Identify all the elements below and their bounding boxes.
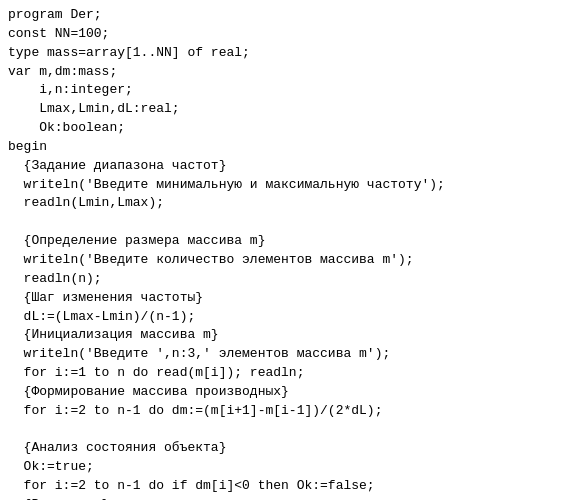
code-line: {Определение размера массива m} — [8, 232, 558, 251]
code-line: {Инициализация массива m} — [8, 326, 558, 345]
code-line: writeln('Введите количество элементов ма… — [8, 251, 558, 270]
code-line: {Результат} — [8, 496, 558, 500]
code-line — [8, 421, 558, 440]
code-line: Lmax,Lmin,dL:real; — [8, 100, 558, 119]
code-line: readln(Lmin,Lmax); — [8, 194, 558, 213]
code-line: begin — [8, 138, 558, 157]
code-line: for i:=2 to n-1 do if dm[i]<0 then Ok:=f… — [8, 477, 558, 496]
code-editor: program Der;const NN=100;type mass=array… — [0, 0, 566, 500]
code-line: type mass=array[1..NN] of real; — [8, 44, 558, 63]
code-line: dL:=(Lmax-Lmin)/(n-1); — [8, 308, 558, 327]
code-line: {Анализ состояния объекта} — [8, 439, 558, 458]
code-line: readln(n); — [8, 270, 558, 289]
code-line: i,n:integer; — [8, 81, 558, 100]
code-line: const NN=100; — [8, 25, 558, 44]
code-line: writeln('Введите ',n:3,' элементов масси… — [8, 345, 558, 364]
code-line: {Формирование массива производных} — [8, 383, 558, 402]
code-content: program Der;const NN=100;type mass=array… — [8, 6, 558, 500]
code-line: program Der; — [8, 6, 558, 25]
code-line: Ok:=true; — [8, 458, 558, 477]
code-line: writeln('Введите минимальную и максималь… — [8, 176, 558, 195]
code-line: {Задание диапазона частот} — [8, 157, 558, 176]
code-line: for i:=2 to n-1 do dm:=(m[i+1]-m[i-1])/(… — [8, 402, 558, 421]
code-line: var m,dm:mass; — [8, 63, 558, 82]
code-line — [8, 213, 558, 232]
code-line: {Шаг изменения частоты} — [8, 289, 558, 308]
code-line: for i:=1 to n do read(m[i]); readln; — [8, 364, 558, 383]
code-line: Ok:boolean; — [8, 119, 558, 138]
